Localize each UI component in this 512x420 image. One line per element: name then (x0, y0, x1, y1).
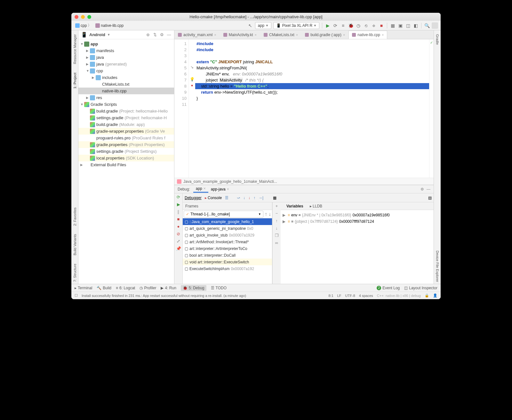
target-icon[interactable]: ⊕ (145, 32, 150, 37)
variable-row[interactable]: ▶≡ env = {JNIEnv * | 0x7a19e98516f0} 0x0… (283, 212, 432, 218)
terminal-tab[interactable]: ▸ Terminal (75, 286, 92, 290)
tree-item[interactable]: ▼app (78, 41, 174, 47)
layout-icon[interactable]: ▤ (428, 196, 432, 200)
todo-tab[interactable]: ☰ TODO (211, 286, 227, 290)
thread-selector[interactable]: ✓Thread-1-[...llo_cmake]▼ (184, 211, 263, 218)
tree-item[interactable]: ▶External Build Files (78, 161, 174, 168)
hide-icon[interactable]: — (166, 32, 172, 37)
settings-icon[interactable]: ⤢ (177, 239, 180, 244)
gear-icon[interactable]: ⚙ (159, 32, 164, 37)
frames-list[interactable]: ▢::Java_com_example_google_hello_1▢art_q… (183, 218, 272, 284)
filter-icon[interactable]: ⇅ (152, 32, 157, 37)
editor-tab[interactable]: MainActivity.kt× (220, 31, 260, 39)
tree-item[interactable]: build.gradle(Project: hellocmake-Hello (78, 108, 174, 114)
debug-hide-icon[interactable]: — (427, 187, 430, 191)
editor-tab[interactable]: native-lib.cpp× (348, 31, 387, 39)
layout-inspect-icon[interactable]: ◫ (405, 23, 411, 28)
next-frame-icon[interactable]: ↓ (268, 211, 271, 217)
coverage-icon[interactable]: ⎋ (363, 23, 369, 28)
run-to-cursor-icon[interactable]: →| (259, 196, 263, 200)
breadcrumb-bar[interactable]: Java_com_example_google_hello_1cmake_Mai… (174, 178, 434, 185)
debug-tab[interactable]: 🐞 5: Debug (181, 285, 206, 291)
resource-manager-tab[interactable]: Resource Manager (73, 32, 77, 66)
profile-icon[interactable]: ◷ (356, 23, 361, 28)
new-watch-icon[interactable]: + (276, 204, 278, 208)
zoom-icon[interactable] (87, 15, 91, 19)
stop-icon[interactable]: ■ (379, 23, 384, 28)
tree-item[interactable]: local.properties(SDK Location) (78, 155, 174, 161)
profiler-tab[interactable]: ◷ Profiler (140, 286, 156, 290)
close-icon[interactable] (75, 15, 78, 19)
debugger-tab[interactable]: Debugger (185, 196, 202, 200)
favorites-tab[interactable]: 2: Favorites (73, 206, 77, 228)
tree-item[interactable]: ▶manifests (78, 47, 174, 54)
copy-icon[interactable]: ❐ (275, 233, 279, 238)
frame-row[interactable]: ▢::Java_com_example_google_hello_1 (183, 218, 272, 225)
tree-item[interactable]: native-lib.cpp (78, 88, 174, 94)
up-icon[interactable]: ↑ (276, 218, 278, 223)
tree-item[interactable]: ▶java (78, 54, 174, 61)
force-step-icon[interactable]: ↓ (248, 196, 250, 200)
frame-row[interactable]: ▢art::interpreter::ArtInterpreterToCo (183, 245, 272, 252)
layout-inspector-tab[interactable]: ◫ Layout Inspector (404, 286, 437, 290)
frame-row[interactable]: ▢void art::interpreter::ExecuteSwitch (183, 259, 272, 265)
debug-tab-app[interactable]: app× (193, 186, 208, 193)
frame-row[interactable]: ▢art_quick_generic_jni_trampoline0x0 (183, 225, 272, 232)
apply-changes-icon[interactable]: ⟳ (332, 23, 338, 28)
editor-tab[interactable]: build.gradle (:app)× (301, 31, 348, 39)
code-content[interactable]: #include #include extern "C" JNIEXPORT j… (195, 39, 429, 178)
project-tab[interactable]: 1: Project (73, 71, 77, 90)
frame-row[interactable]: ▢art::ArtMethod::Invoke(art::Thread* (183, 238, 272, 245)
breadcrumbs[interactable]: cpp〉 native-lib.cpp (74, 22, 125, 29)
build-tab[interactable]: 🔨 Build (97, 286, 111, 290)
tree-item[interactable]: proguard-rules.pro(ProGuard Rules f (78, 135, 174, 141)
tree-item[interactable]: settings.gradle(Project: hellocmake-H (78, 114, 174, 121)
tree-item[interactable]: gradle.properties(Project Properties) (78, 141, 174, 148)
tree-item[interactable]: ▶java(generated) (78, 61, 174, 67)
person-icon[interactable]: 👤 (433, 293, 437, 298)
rerun-icon[interactable]: ⟳ (177, 195, 180, 199)
apply-code-icon[interactable]: ≡ (340, 23, 346, 28)
debug-icon[interactable]: 🐞 (348, 23, 354, 28)
step-into-icon[interactable]: ↓ (243, 196, 245, 200)
resume-icon[interactable]: ▶ (177, 202, 180, 207)
avd-icon[interactable]: ▦ (390, 23, 396, 28)
sdk-icon[interactable]: ▣ (397, 23, 403, 28)
logcat-tab[interactable]: ≡ 6: Logcat (116, 286, 135, 290)
frames-icon[interactable]: ☰ (225, 196, 228, 200)
frame-row[interactable]: ▢art_quick_invoke_stub0x00007a1929 (183, 232, 272, 238)
prev-frame-icon[interactable]: ↑ (265, 211, 267, 217)
evaluate-icon[interactable]: ▦ (273, 196, 276, 200)
tree-item[interactable]: ▼cpp (78, 67, 174, 74)
view-bp-icon[interactable]: ● (177, 224, 180, 229)
pin-icon[interactable]: 📌 (176, 246, 181, 251)
lldb-tab[interactable]: ▸ LLDB (307, 203, 325, 209)
debug-gear-icon[interactable]: ⚙ (420, 187, 424, 191)
tree-item[interactable]: CMakeLists.txt (78, 81, 174, 88)
sync-icon[interactable]: ↖ (247, 23, 253, 28)
gradle-tab[interactable]: Gradle (436, 32, 439, 47)
resource-icon[interactable]: ◧ (413, 23, 419, 28)
run-tab[interactable]: ▶ 4: Run (161, 286, 176, 290)
variable-row[interactable]: ▶≡ = {jobject | 0x7fff97d87124} 0x00007f… (283, 218, 432, 225)
down-icon[interactable]: ↓ (276, 226, 278, 230)
step-over-icon[interactable]: ⤻ (237, 196, 240, 200)
variables-list[interactable]: ▶≡ env = {JNIEnv * | 0x7a19e98516f0} 0x0… (281, 210, 434, 284)
build-variants-tab[interactable]: Build Variants (73, 232, 77, 257)
mute-bp-icon[interactable]: ⊘ (177, 231, 180, 236)
event-log-tab[interactable]: 2 Event Log (377, 286, 400, 290)
console-tab[interactable]: ▸ Console (205, 196, 222, 200)
tree-item[interactable]: gradle-wrapper.properties(Gradle Ve (78, 128, 174, 135)
stop-icon[interactable]: ■ (177, 217, 180, 222)
run-icon[interactable]: ▶ (325, 23, 331, 28)
project-tree[interactable]: ▼app▶manifests▶java▶java(generated)▼cpp▶… (78, 39, 174, 284)
code-editor[interactable]: 1234567891011 ↘💡● #include #include exte… (174, 39, 434, 178)
link-icon[interactable]: ∞ (275, 240, 278, 245)
minimize-icon[interactable] (81, 15, 85, 19)
tree-item[interactable]: settings.gradle(Project Settings) (78, 148, 174, 155)
variables-tab[interactable]: Variables (283, 203, 307, 209)
attach-icon[interactable]: ⎆ (371, 23, 377, 28)
frame-row[interactable]: ▢ExecuteSwitchImplAsm0x00007a192 (183, 265, 272, 272)
frame-row[interactable]: ▢bool art::interpreter::DoCall (183, 252, 272, 259)
tree-item[interactable]: ▶res (78, 94, 174, 101)
